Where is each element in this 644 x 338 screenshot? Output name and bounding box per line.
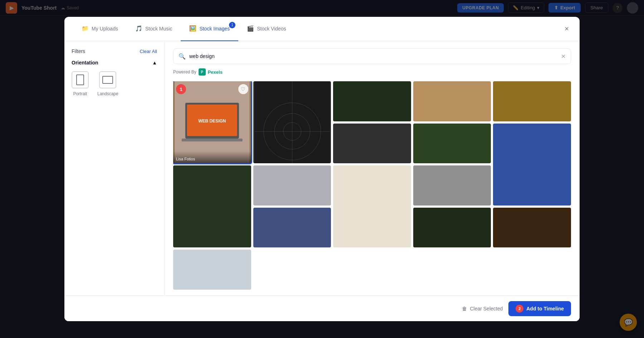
grid-image-2[interactable] xyxy=(253,81,331,163)
grid-image-1[interactable]: WEB DESIGN 1♡Lisa Fotios xyxy=(173,81,251,163)
grid-image-9[interactable] xyxy=(173,165,251,247)
search-icon: 🔍 xyxy=(179,53,186,60)
stock-images-modal: 📁 My Uploads 🎵 Stock Music 🖼️ Stock Imag… xyxy=(64,17,580,321)
portrait-option[interactable]: Portrait xyxy=(72,71,89,96)
portrait-label: Portrait xyxy=(73,91,87,96)
uploads-icon: 📁 xyxy=(82,25,89,32)
tab-stock-images[interactable]: 🖼️ Stock Images 1 xyxy=(181,17,238,41)
clear-selected-button[interactable]: 🗑 Clear Selected xyxy=(462,306,503,312)
grid-image-16[interactable] xyxy=(173,250,251,290)
videos-icon: 🎬 xyxy=(247,25,254,32)
landscape-label: Landscape xyxy=(97,91,118,96)
filters-sidebar: Filters Clear All Orientation ▲ Portrait xyxy=(64,41,165,295)
filters-label: Filters xyxy=(72,48,85,54)
images-icon: 🖼️ xyxy=(189,25,196,32)
svg-rect-4 xyxy=(182,139,243,141)
collapse-icon: ▲ xyxy=(152,60,157,66)
tab-uploads[interactable]: 📁 My Uploads xyxy=(73,17,127,41)
images-badge: 1 xyxy=(229,22,235,28)
powered-by-bar: Powered By P Pexels xyxy=(173,68,571,76)
svg-text:WEB DESIGN: WEB DESIGN xyxy=(198,119,226,124)
tab-stock-videos[interactable]: 🎬 Stock Videos xyxy=(238,17,294,41)
grid-image-15[interactable] xyxy=(493,208,571,248)
clear-search-icon[interactable]: ✕ xyxy=(561,53,566,60)
favorite-icon[interactable]: ♡ xyxy=(238,84,248,94)
selection-count-badge: 2 xyxy=(516,305,523,313)
modal-footer: 🗑 Clear Selected 2 Add to Timeline xyxy=(64,295,580,321)
grid-image-6[interactable] xyxy=(333,124,411,164)
search-input[interactable] xyxy=(189,53,557,59)
modal-tabs: 📁 My Uploads 🎵 Stock Music 🖼️ Stock Imag… xyxy=(64,17,580,41)
landscape-icon-box xyxy=(99,71,116,88)
pexels-logo: P xyxy=(199,68,206,76)
grid-image-10[interactable] xyxy=(253,165,331,206)
orientation-section: Orientation ▲ Portrait xyxy=(72,60,157,96)
modal-close-button[interactable]: × xyxy=(561,23,572,35)
grid-image-13[interactable] xyxy=(253,208,331,248)
sidebar-header: Filters Clear All xyxy=(72,48,157,54)
modal-overlay: 📁 My Uploads 🎵 Stock Music 🖼️ Stock Imag… xyxy=(0,0,644,338)
portrait-shape xyxy=(76,74,84,85)
item-number-badge: 1 xyxy=(176,84,186,94)
image-grid: WEB DESIGN 1♡Lisa Fotios xyxy=(173,81,571,295)
grid-image-8[interactable] xyxy=(493,124,571,206)
modal-main-content: 🔍 ✕ Powered By P Pexels WEB DESIGN 1♡Lis… xyxy=(165,41,580,295)
grid-image-3[interactable] xyxy=(333,81,411,121)
music-icon: 🎵 xyxy=(135,25,142,32)
add-timeline-label: Add to Timeline xyxy=(526,306,564,312)
search-bar: 🔍 ✕ xyxy=(173,48,571,64)
portrait-icon-box xyxy=(72,71,89,88)
modal-body: Filters Clear All Orientation ▲ Portrait xyxy=(64,41,580,295)
grid-image-5[interactable] xyxy=(493,81,571,121)
image-author: Lisa Fotios xyxy=(173,151,251,163)
grid-image-4[interactable] xyxy=(413,81,491,121)
tab-music[interactable]: 🎵 Stock Music xyxy=(127,17,181,41)
orientation-label: Orientation ▲ xyxy=(72,60,157,66)
landscape-shape xyxy=(102,76,113,84)
grid-image-14[interactable] xyxy=(413,208,491,248)
trash-icon: 🗑 xyxy=(462,306,467,312)
grid-image-12[interactable] xyxy=(413,165,491,206)
clear-all-link[interactable]: Clear All xyxy=(140,49,157,54)
orientation-options: Portrait Landscape xyxy=(72,71,157,96)
add-to-timeline-button[interactable]: 2 Add to Timeline xyxy=(508,301,571,316)
pexels-name: Pexels xyxy=(208,69,223,75)
landscape-option[interactable]: Landscape xyxy=(97,71,118,96)
grid-image-11[interactable] xyxy=(333,165,411,247)
grid-image-7[interactable] xyxy=(413,124,491,164)
